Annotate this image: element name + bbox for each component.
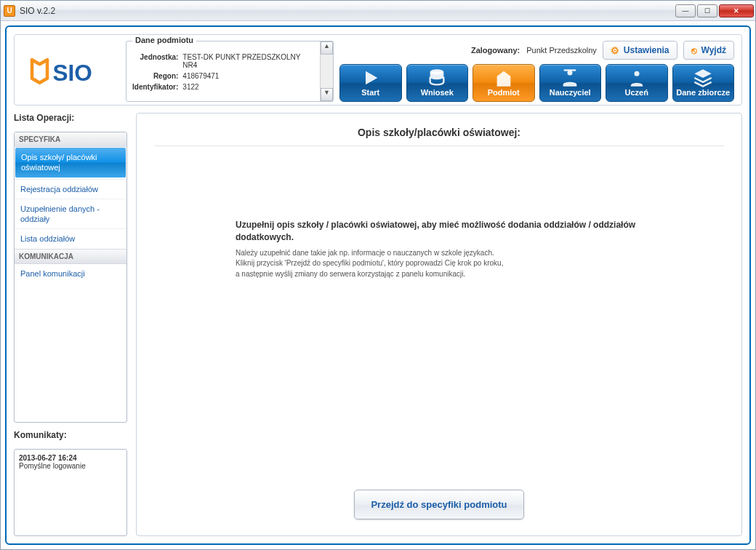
svg-point-4	[634, 71, 639, 76]
logout-icon: ⎋	[691, 45, 697, 56]
op-item-rejestracja[interactable]: Rejestracja oddziałów	[15, 179, 126, 199]
scroll-down-icon[interactable]: ▼	[321, 88, 333, 101]
app-logo: SIO	[22, 41, 120, 102]
tile-dane-zbiorcze[interactable]: Dane zbiorcze	[672, 64, 735, 102]
op-item-panel-komunikacji[interactable]: Panel komunikacji	[15, 264, 126, 284]
message-timestamp: 2013-06-27 16:24	[19, 454, 122, 462]
database-icon	[409, 68, 467, 88]
layers-icon	[675, 68, 733, 88]
details-legend: Dane podmiotu	[132, 36, 196, 44]
settings-button[interactable]: ⚙ Ustawienia	[603, 41, 677, 60]
label-identyfikator: Identyfikator:	[132, 81, 182, 92]
tile-wniosek[interactable]: Wniosek	[406, 64, 469, 102]
messages-title: Komunikaty:	[14, 430, 127, 440]
tile-uczen[interactable]: Uczeń	[606, 64, 668, 102]
value-identyfikator: 3122	[182, 81, 315, 92]
main-nav-tiles: Start Wniosek Podmiot Nauczyciel	[339, 64, 734, 102]
logged-label: Zalogowany:	[471, 46, 520, 55]
info-message: Uzupełnij opis szkoły / placówki oświato…	[236, 219, 643, 279]
section-specyfika: SPECYFIKA	[15, 132, 126, 147]
building-icon	[475, 68, 533, 88]
minimize-button[interactable]: —	[675, 4, 696, 17]
value-regon: 418679471	[182, 71, 315, 81]
info-line-1: Należy uzupełnić dane takie jak np. info…	[236, 249, 494, 257]
label-jednostka: Jednostka:	[132, 52, 182, 71]
operations-list: SPECYFIKA Opis szkoły/ placówki oświatow…	[14, 132, 127, 423]
content-heading: Opis szkoły/placówki oświatowej:	[154, 127, 724, 138]
gear-icon: ⚙	[611, 45, 619, 56]
message-text: Pomyślne logowanie	[19, 462, 122, 470]
value-jednostka: TEST-DK PUNKT PRZEDSZKOLNY NR4	[182, 52, 315, 71]
tile-start[interactable]: Start	[339, 64, 402, 102]
tile-podmiot[interactable]: Podmiot	[472, 64, 535, 102]
goto-specyfika-button[interactable]: Przejdź do specyfiki podmiotu	[354, 490, 523, 519]
entity-details: Dane podmiotu Jednostka: TEST-DK PUNKT P…	[126, 41, 334, 102]
app-window: U SIO v.2.2 — ☐ ✕ SIO	[0, 0, 756, 550]
svg-text:SIO: SIO	[52, 60, 92, 86]
info-line-2: Kliknij przycisk 'Przejdź do specyfiki p…	[236, 259, 503, 267]
messages-box: 2013-06-27 16:24 Pomyślne logowanie	[14, 449, 127, 536]
tile-nauczyciel[interactable]: Nauczyciel	[539, 64, 602, 102]
operations-title: Lista Operacji:	[14, 113, 127, 123]
logged-in-info: Zalogowany: Punkt Przedszkolny	[471, 46, 597, 55]
titlebar: U SIO v.2.2 — ☐ ✕	[1, 1, 755, 21]
op-item-uzupelnienie[interactable]: Uzupełnienie danych - oddziały	[15, 199, 126, 229]
section-komunikacja: KOMUNIKACJA	[15, 249, 126, 264]
details-scrollbar[interactable]: ▲ ▼	[320, 41, 333, 101]
info-line-3: a następnie wyślij zmiany do serwera kor…	[236, 270, 465, 278]
teacher-icon	[542, 68, 600, 88]
info-heading: Uzupełnij opis szkoły / placówki oświato…	[236, 219, 643, 244]
window-title: SIO v.2.2	[20, 6, 55, 16]
label-regon: Regon:	[132, 71, 182, 81]
svg-rect-3	[564, 69, 576, 71]
op-item-lista-oddzialow[interactable]: Lista oddziałów	[15, 228, 126, 248]
student-icon	[608, 68, 666, 88]
maximize-button[interactable]: ☐	[697, 4, 717, 17]
logged-user: Punkt Przedszkolny	[526, 46, 597, 55]
settings-label: Ustawienia	[624, 45, 669, 55]
app-icon: U	[4, 5, 15, 17]
logout-button[interactable]: ⎋ Wyjdź	[683, 41, 734, 60]
logout-label: Wyjdź	[701, 45, 726, 55]
scroll-up-icon[interactable]: ▲	[321, 41, 333, 55]
op-item-opis-szkoly[interactable]: Opis szkoły/ placówki oświatowej	[15, 148, 126, 178]
content-panel: Opis szkoły/placówki oświatowej: Uzupełn…	[136, 113, 742, 536]
header-panel: SIO Dane podmiotu Jednostka: TEST-DK PUN…	[14, 34, 742, 105]
play-icon	[342, 68, 400, 88]
close-button[interactable]: ✕	[719, 4, 754, 17]
